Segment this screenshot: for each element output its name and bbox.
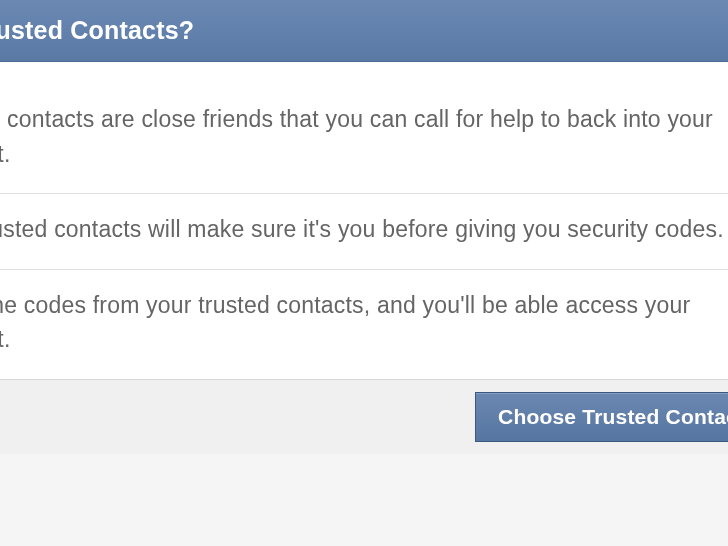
choose-trusted-contacts-button[interactable]: Choose Trusted Contacts bbox=[475, 392, 728, 442]
info-text: Your trusted contacts will make sure it'… bbox=[0, 212, 728, 247]
dialog-header: Are Trusted Contacts? bbox=[0, 0, 728, 62]
dialog-footer: Choose Trusted Contacts bbox=[0, 379, 728, 454]
info-row: Enter the codes from your trusted contac… bbox=[0, 270, 728, 379]
info-text: Enter the codes from your trusted contac… bbox=[0, 288, 728, 357]
info-text: Trusted contacts are close friends that … bbox=[0, 102, 728, 171]
dialog-title: Are Trusted Contacts? bbox=[0, 16, 728, 45]
trusted-contacts-dialog: Are Trusted Contacts? Trusted contacts a… bbox=[0, 0, 728, 454]
dialog-body: Trusted contacts are close friends that … bbox=[0, 62, 728, 379]
info-row: Trusted contacts are close friends that … bbox=[0, 84, 728, 194]
info-row: Your trusted contacts will make sure it'… bbox=[0, 194, 728, 270]
